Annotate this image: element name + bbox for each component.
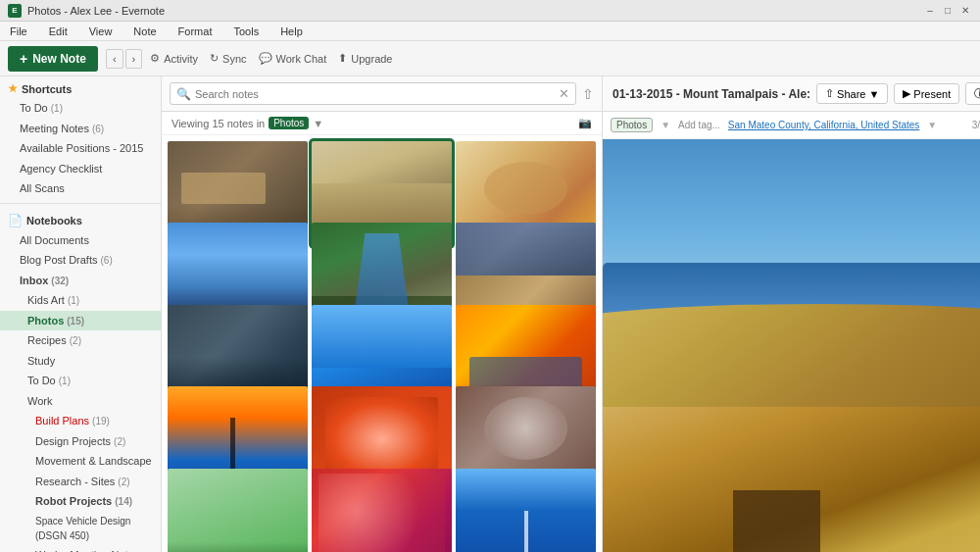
sidebar-item-agency-checklist[interactable]: Agency Checklist bbox=[0, 159, 161, 179]
sidebar-item-work[interactable]: Work bbox=[0, 391, 161, 412]
sidebar-item-research-sites[interactable]: Research - Sites(2) bbox=[0, 472, 161, 492]
design-projects-label: Design Projects(2) bbox=[35, 433, 125, 450]
main-layout: ★ Shortcuts To Do(1) Meeting Notes(6) Av… bbox=[0, 76, 980, 552]
photos-label: Photos(15) bbox=[27, 313, 84, 329]
sidebar-item-recipes[interactable]: Recipes(2) bbox=[0, 330, 161, 351]
title-bar-left: E Photos - Alex Lee - Evernote bbox=[8, 4, 165, 18]
share-icon: ⇧ bbox=[825, 87, 834, 100]
sidebar-item-todo-nb[interactable]: To Do(1) bbox=[0, 371, 161, 391]
kids-art-label: Kids Art(1) bbox=[27, 292, 79, 309]
sidebar-item-inbox[interactable]: Inbox(32) bbox=[0, 271, 161, 291]
date-info: 3/23/2015 bbox=[972, 120, 980, 130]
notebooks-header[interactable]: 📄 Notebooks bbox=[0, 208, 161, 230]
work-label: Work bbox=[27, 393, 52, 410]
sort-up-icon[interactable]: ⇧ bbox=[582, 86, 594, 102]
notebook-badge-list[interactable]: Photos bbox=[269, 117, 309, 129]
upgrade-button[interactable]: ⬆ Upgrade bbox=[338, 52, 392, 65]
search-input[interactable] bbox=[195, 88, 555, 100]
inbox-label: Inbox(32) bbox=[20, 273, 69, 289]
notebook-dropdown-icon: ▼ bbox=[661, 120, 670, 130]
sidebar-item-study[interactable]: Study bbox=[0, 351, 161, 372]
notebook-badge[interactable]: Photos bbox=[611, 118, 653, 132]
divider-1 bbox=[0, 203, 161, 204]
shortcuts-header[interactable]: ★ Shortcuts bbox=[0, 76, 161, 98]
menu-help[interactable]: Help bbox=[276, 24, 307, 39]
meeting-notes-label: Meeting Notes(6) bbox=[20, 121, 153, 137]
all-documents-label: All Documents bbox=[20, 232, 89, 249]
sidebar-item-photos[interactable]: Photos(15) bbox=[0, 311, 161, 331]
photo-grid bbox=[162, 135, 602, 552]
all-scans-shortcut-label: All Scans bbox=[20, 180, 153, 197]
search-clear-button[interactable]: ✕ bbox=[559, 86, 569, 101]
sidebar-item-work-meeting[interactable]: Work - Meeting Notes bbox=[0, 545, 161, 553]
sidebar-item-kids-art[interactable]: Kids Art(1) bbox=[0, 290, 161, 311]
sidebar-item-all-documents[interactable]: All Documents bbox=[0, 230, 161, 251]
photo-item-14[interactable] bbox=[312, 469, 452, 552]
note-title: 01-13-2015 - Mount Tamalpais - Ale: bbox=[612, 87, 810, 101]
toolbar-actions: ⚙ Activity ↻ Sync 💬 Work Chat ⬆ Upgrade bbox=[150, 52, 392, 65]
nav-buttons: ‹ › bbox=[106, 49, 142, 69]
build-plans-label: Build Plans(19) bbox=[35, 413, 110, 429]
present-button[interactable]: ▶ Present bbox=[894, 83, 959, 104]
search-bar[interactable]: 🔍 ✕ bbox=[170, 82, 576, 105]
share-button[interactable]: ⇧ Share ▼ bbox=[816, 83, 888, 104]
movement-label: Movement & Landscape bbox=[35, 453, 152, 470]
viewing-text: Viewing 15 notes in bbox=[172, 118, 265, 129]
activity-label: Activity bbox=[164, 53, 198, 65]
location-dropdown-icon: ▼ bbox=[927, 120, 937, 130]
sidebar-item-robot-projects[interactable]: Robot Projects(14) bbox=[0, 491, 161, 512]
notebooks-label: Notebooks bbox=[26, 215, 82, 226]
new-note-button[interactable]: + New Note bbox=[8, 46, 98, 72]
window-controls[interactable]: – □ ✕ bbox=[923, 4, 972, 18]
star-icon: ★ bbox=[8, 82, 18, 95]
robot-label: Robot Projects(14) bbox=[35, 493, 132, 510]
photo-item-15[interactable] bbox=[456, 469, 596, 552]
recipes-label: Recipes(2) bbox=[27, 332, 81, 349]
location-text[interactable]: San Mateo County, California, United Sta… bbox=[728, 120, 919, 130]
info-icon: ⓘ bbox=[974, 86, 980, 101]
sidebar-item-movement-landscape[interactable]: Movement & Landscape bbox=[0, 451, 161, 472]
menu-view[interactable]: View bbox=[85, 24, 117, 39]
sidebar-item-todo[interactable]: To Do(1) bbox=[0, 98, 161, 119]
window-title: Photos - Alex Lee - Evernote bbox=[27, 5, 165, 17]
info-button[interactable]: ⓘ Info ▼ bbox=[965, 82, 980, 105]
sidebar-item-meeting-notes[interactable]: Meeting Notes(6) bbox=[0, 119, 161, 139]
minimize-button[interactable]: – bbox=[923, 4, 937, 18]
app-icon: E bbox=[8, 4, 22, 18]
sidebar-item-all-scans-shortcut[interactable]: All Scans bbox=[0, 178, 161, 199]
note-list-toolbar: 🔍 ✕ ⇧ bbox=[162, 76, 602, 112]
camera-icon: 📷 bbox=[578, 117, 592, 129]
photo-item-13[interactable] bbox=[168, 469, 308, 552]
menu-tools[interactable]: Tools bbox=[229, 24, 263, 39]
work-chat-button[interactable]: 💬 Work Chat bbox=[259, 52, 327, 65]
sidebar-item-build-plans[interactable]: Build Plans(19) bbox=[0, 411, 161, 431]
sidebar-item-space-vehicle[interactable]: Space Vehicle Design (DSGN 450) bbox=[0, 512, 161, 545]
plus-icon: + bbox=[20, 51, 27, 67]
sync-button[interactable]: ↻ Sync bbox=[210, 52, 246, 65]
title-bar: E Photos - Alex Lee - Evernote – □ ✕ bbox=[0, 0, 980, 22]
activity-icon: ⚙ bbox=[150, 52, 160, 65]
sidebar-item-available-positions[interactable]: Available Positions - 2015 bbox=[0, 138, 161, 159]
toolbar: + New Note ‹ › ⚙ Activity ↻ Sync 💬 Work … bbox=[0, 41, 980, 76]
menu-bar: File Edit View Note Format Tools Help bbox=[0, 22, 980, 41]
note-detail-panel: 01-13-2015 - Mount Tamalpais - Ale: ⇧ Sh… bbox=[603, 76, 980, 552]
menu-note[interactable]: Note bbox=[129, 24, 160, 39]
menu-file[interactable]: File bbox=[6, 24, 31, 39]
close-button[interactable]: ✕ bbox=[958, 4, 972, 18]
todo-nb-label: To Do(1) bbox=[27, 373, 71, 389]
sidebar-item-blog-drafts[interactable]: Blog Post Drafts(6) bbox=[0, 250, 161, 271]
sidebar-item-design-projects[interactable]: Design Projects(2) bbox=[0, 431, 161, 452]
forward-button[interactable]: › bbox=[125, 49, 143, 69]
agency-checklist-label: Agency Checklist bbox=[20, 161, 153, 177]
work-meeting-label: Work - Meeting Notes bbox=[35, 547, 139, 553]
back-button[interactable]: ‹ bbox=[106, 49, 123, 69]
menu-format[interactable]: Format bbox=[174, 24, 217, 39]
upgrade-label: Upgrade bbox=[351, 53, 392, 65]
upgrade-icon: ⬆ bbox=[338, 52, 347, 65]
study-label: Study bbox=[27, 353, 55, 370]
maximize-button[interactable]: □ bbox=[941, 4, 955, 18]
tag-input[interactable]: Add tag... bbox=[678, 120, 720, 130]
chat-icon: 💬 bbox=[259, 52, 272, 65]
menu-edit[interactable]: Edit bbox=[45, 24, 72, 39]
activity-button[interactable]: ⚙ Activity bbox=[150, 52, 198, 65]
